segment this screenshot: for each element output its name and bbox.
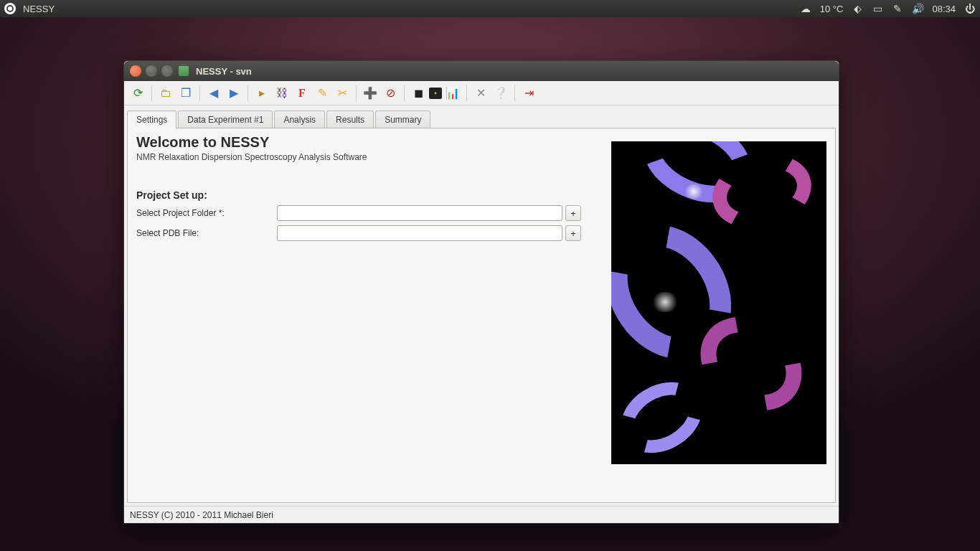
volume-icon[interactable]: 🔊 (912, 3, 923, 14)
tools-icon[interactable]: ✕ (471, 84, 490, 103)
section-project-setup: Project Set up: (136, 189, 597, 201)
protein-structure-image (611, 141, 826, 464)
fit-icon[interactable]: F (293, 84, 311, 103)
row-project-folder: Select Project Folder *: + (136, 205, 597, 221)
toolbar-separator (466, 85, 467, 101)
toolbar-separator (356, 85, 357, 101)
browse-project-folder-button[interactable]: + (565, 205, 581, 221)
settings-panel: Welcome to NESSY NMR Relaxation Dispersi… (128, 128, 835, 502)
row-pdb-file: Select PDB File: + (136, 225, 597, 241)
page-title: Welcome to NESSY (136, 134, 597, 151)
label-pdb-file: Select PDB File: (136, 228, 277, 238)
toolbar-separator (199, 85, 200, 101)
pdb-file-input[interactable] (277, 225, 562, 241)
tab-strip: Settings Data Experiment #1 Analysis Res… (124, 105, 839, 128)
edit-icon[interactable]: ✎ (313, 84, 331, 103)
browse-pdb-file-button[interactable]: + (565, 225, 581, 241)
app-window: NESSY - svn ⟳ 🗀 ❐ ◀ ▶ ▸ ⛓ F ✎ ✂ ➕ ⊘ ◼ ▪ … (123, 60, 839, 524)
window-close-button[interactable] (130, 65, 141, 77)
window-titlebar[interactable]: NESSY - svn (124, 61, 839, 81)
weather-icon[interactable]: ☁ (800, 3, 811, 14)
tab-summary[interactable]: Summary (375, 110, 430, 128)
add-icon[interactable]: ➕ (361, 84, 380, 103)
open-icon[interactable]: 🗀 (156, 84, 175, 103)
app-icon (179, 66, 189, 76)
status-text: NESSY (C) 2010 - 2011 Michael Bieri (130, 510, 273, 520)
window-minimize-button[interactable] (146, 65, 157, 77)
new-experiment-icon[interactable]: ▸ (253, 84, 271, 103)
remove-icon[interactable]: ⊘ (381, 84, 400, 103)
window-title: NESSY - svn (196, 66, 252, 77)
toolbar: ⟳ 🗀 ❐ ◀ ▶ ▸ ⛓ F ✎ ✂ ➕ ⊘ ◼ ▪ 📊 ✕ ❔ ⇥ (124, 81, 839, 105)
tab-data-experiment[interactable]: Data Experiment #1 (178, 110, 273, 128)
power-icon[interactable]: ⏻ (964, 3, 976, 14)
tab-results[interactable]: Results (326, 110, 374, 128)
window-maximize-button[interactable] (161, 65, 173, 77)
nav-back-icon[interactable]: ◀ (204, 84, 223, 103)
stop-icon[interactable]: ◼ (409, 84, 428, 103)
toolbar-separator (248, 85, 248, 101)
status-bar: NESSY (C) 2010 - 2011 Michael Bieri (124, 506, 839, 523)
panel-app-name: NESSY (23, 4, 55, 14)
nav-forward-icon[interactable]: ▶ (225, 84, 243, 103)
toolbar-separator (514, 85, 515, 101)
copy-icon[interactable]: ❐ (176, 84, 195, 103)
toolbar-separator (151, 85, 152, 101)
help-icon[interactable]: ❔ (491, 84, 510, 103)
exit-icon[interactable]: ⇥ (519, 84, 538, 103)
battery-icon[interactable]: ▭ (872, 3, 883, 14)
label-project-folder: Select Project Folder *: (136, 208, 277, 218)
sequence-icon[interactable]: ⛓ (273, 84, 291, 103)
refresh-icon[interactable]: ⟳ (128, 84, 147, 103)
dropbox-icon[interactable]: ⬖ (852, 3, 863, 14)
page-subtitle: NMR Relaxation Dispersion Spectroscopy A… (136, 152, 597, 162)
terminal-icon[interactable]: ▪ (429, 88, 442, 99)
desktop-top-panel: NESSY ☁ 10 °C ⬖ ▭ ✎ 🔊 08:34 ⏻ (0, 0, 980, 17)
delete-icon[interactable]: ✂ (333, 84, 352, 103)
tab-analysis[interactable]: Analysis (274, 110, 325, 128)
project-folder-input[interactable] (277, 205, 562, 221)
clock-text[interactable]: 08:34 (932, 4, 956, 14)
ubuntu-logo-icon[interactable] (4, 3, 16, 14)
toolbar-separator (404, 85, 405, 101)
chart-icon[interactable]: 📊 (443, 84, 462, 103)
network-icon[interactable]: ✎ (892, 3, 903, 14)
tab-settings[interactable]: Settings (127, 110, 176, 129)
weather-text: 10 °C (820, 4, 844, 14)
